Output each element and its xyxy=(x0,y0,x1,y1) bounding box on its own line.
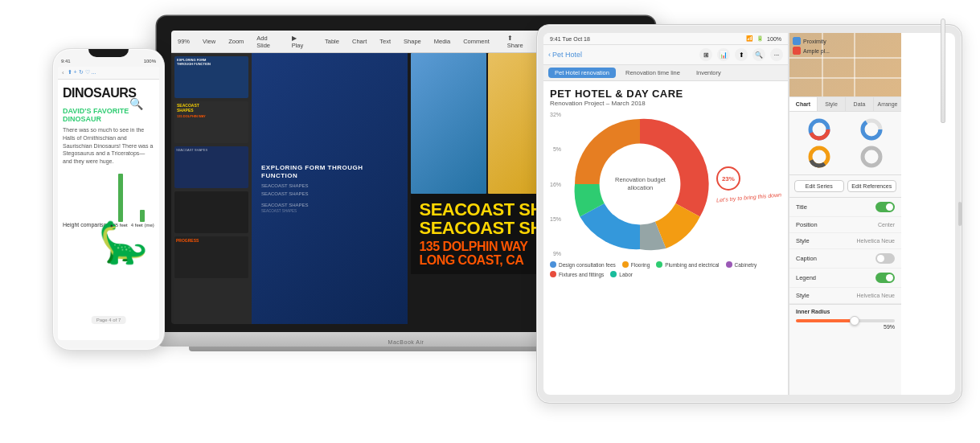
numbers-panel: 9:41 Tue Oct 18 📶 🔋 100% ‹ Pet Hotel xyxy=(543,33,789,395)
legend-dot-design xyxy=(550,261,556,268)
slide-thumb-5[interactable]: PROGRESS xyxy=(174,236,248,278)
notes-toolbar: ‹ ⬆ + ↻ ♡ ... xyxy=(58,67,159,80)
settings-edit-buttons: Edit Series Edit References xyxy=(789,175,901,197)
map-preview: Proximity Ample pl... xyxy=(789,33,901,97)
settings-tab-chart[interactable]: Chart xyxy=(789,97,818,111)
toolbar-view[interactable]: View xyxy=(203,38,215,45)
legend-label-fixtures: Fixtures and fittings xyxy=(559,272,604,277)
slide-3-content: SEACOAST SHAPES xyxy=(174,146,248,154)
legend-label-plumbing: Plumbing and electrical xyxy=(665,262,719,268)
chart-type-grid xyxy=(789,112,901,174)
slide-left-section: EXPLORING FORM THROUGH FUNCTION SEACOAST… xyxy=(252,53,408,324)
ipad-time: 9:41 Tue Oct 18 xyxy=(550,36,590,42)
edit-references-button[interactable]: Edit References xyxy=(847,180,897,192)
inner-radius-slider[interactable]: 59% xyxy=(789,316,901,333)
keynote-sidebar: EXPLORING FORMTHROUGH FUNCTION SEACOASTS… xyxy=(171,53,252,324)
chart-area: PET HOTEL & DAY CARE Renovation Project … xyxy=(543,81,788,395)
legend-toggle[interactable] xyxy=(875,273,895,283)
settings-tab-data[interactable]: Data xyxy=(846,97,874,111)
toolbar-media[interactable]: Media xyxy=(434,38,450,45)
img-cell-ocean xyxy=(411,53,486,194)
edit-series-button[interactable]: Edit Series xyxy=(794,180,844,192)
slider-track xyxy=(796,319,895,322)
y-axis: 32% 5% 16% 15% 9% xyxy=(550,112,564,256)
apple-pencil xyxy=(941,18,945,123)
share-icon[interactable]: ⬆ xyxy=(735,48,748,61)
annotation-note: Let's try to bring this down xyxy=(716,191,782,204)
toolbar-share[interactable]: ⬆ Share xyxy=(507,35,527,49)
slide-2-address: 135 DOLPHIN WAY xyxy=(177,114,246,118)
chart-type-donut-4[interactable] xyxy=(848,146,896,168)
chart-type-donut-2[interactable] xyxy=(848,118,896,141)
donut-chart: Renovation budget allocation xyxy=(568,112,712,256)
legend-label-labor: Labor xyxy=(619,272,633,277)
toolbar-play[interactable]: ▶ Play xyxy=(292,35,307,49)
chart-type-donut-1[interactable] xyxy=(796,118,843,141)
ipad-battery-icon: 🔋 xyxy=(757,35,764,42)
tab-renovation-timeline[interactable]: Renovation time line xyxy=(619,68,687,78)
search-icon-toolbar[interactable]: 🔍 xyxy=(752,48,765,61)
svg-point-6 xyxy=(863,148,880,166)
iphone-body: 9:41 100% ‹ ⬆ + ↻ ♡ ... DINOSAURS 🔍 DAVI… xyxy=(52,48,165,351)
toolbar-zoom-label[interactable]: Zoom xyxy=(228,38,244,45)
chart-legend: Design consultation fees Flooring Plumbi… xyxy=(550,256,781,282)
back-button[interactable]: ‹ Pet Hotel xyxy=(548,51,582,59)
slide-explore-title: EXPLORING FORM THROUGH FUNCTION xyxy=(261,164,398,179)
annotation-circle: 23% xyxy=(716,166,740,191)
donut-icon-4 xyxy=(860,146,883,168)
back-icon[interactable]: ‹ xyxy=(62,69,64,76)
ipad-status-icons: 📶 🔋 100% xyxy=(746,35,781,42)
ipad-body: 9:41 Tue Oct 18 📶 🔋 100% ‹ Pet Hotel xyxy=(536,24,962,404)
legend-labor: Labor xyxy=(610,271,633,277)
chart-icon[interactable]: 📊 xyxy=(717,48,730,61)
grid-icon[interactable]: ⊞ xyxy=(699,48,712,61)
slide-thumb-4[interactable] xyxy=(174,191,248,233)
notes-body-text: There was so much to see in the Halls of… xyxy=(63,126,154,166)
slide-seacoast-small-1: SEACOAST SHAPES xyxy=(261,183,398,188)
title-toggle[interactable] xyxy=(875,202,895,212)
toolbar-text[interactable]: Text xyxy=(379,38,391,45)
slider-thumb[interactable] xyxy=(850,316,859,326)
toolbar-shape[interactable]: Shape xyxy=(404,38,421,45)
slide-2-text: SEACOASTSHAPES xyxy=(177,104,246,113)
map-legend: Proximity Ample pl... xyxy=(793,36,830,55)
slide-thumb-3[interactable]: SEACOAST SHAPES xyxy=(174,146,248,188)
settings-tab-arrange[interactable]: Arrange xyxy=(874,97,901,111)
legend-label-design: Design consultation fees xyxy=(559,262,616,268)
donut-center-label: Renovation budget allocation xyxy=(604,176,676,192)
iphone-time: 9:41 xyxy=(61,59,71,64)
ipad-status-bar: 9:41 Tue Oct 18 📶 🔋 100% xyxy=(543,33,788,45)
legend-label-flooring: Flooring xyxy=(631,262,650,268)
toolbar-add-slide[interactable]: Add Slide xyxy=(256,35,278,49)
scene: 99% View Zoom Add Slide ▶ Play Table Cha… xyxy=(0,0,980,443)
toolbar-zoom[interactable]: 99% xyxy=(178,38,190,45)
dino-height-bar xyxy=(118,174,123,222)
iphone-status-bar: 9:41 100% xyxy=(58,59,159,64)
slide-thumb-2[interactable]: SEACOASTSHAPES 135 DOLPHIN WAY xyxy=(174,101,248,143)
search-icon[interactable]: 🔍 xyxy=(129,97,143,110)
tab-pet-hotel-renovation[interactable]: Pet Hotel renovation xyxy=(548,68,616,78)
toolbar-table[interactable]: Table xyxy=(325,38,339,45)
dino-emoji: 🦕 xyxy=(98,220,148,265)
legend-plumbing: Plumbing and electrical xyxy=(656,261,719,268)
settings-row-position: Position Center xyxy=(789,217,901,233)
caption-label: Caption xyxy=(796,255,817,262)
more-icon[interactable]: ··· xyxy=(770,48,783,61)
tab-inventory[interactable]: Inventory xyxy=(690,68,728,78)
chart-title-area: PET HOTEL & DAY CARE Renovation Project … xyxy=(550,88,781,107)
chart-type-donut-3[interactable] xyxy=(796,146,843,168)
notes-toolbar-left: ‹ ⬆ + ↻ ♡ ... xyxy=(62,69,96,76)
chart-main-title: PET HOTEL & DAY CARE xyxy=(550,88,781,100)
chart-body: 32% 5% 16% 15% 9% xyxy=(550,112,781,256)
legend-dot-labor xyxy=(610,271,617,277)
slide-thumb-1[interactable]: EXPLORING FORMTHROUGH FUNCTION xyxy=(174,56,248,98)
legend-dot-plumbing xyxy=(656,261,662,268)
ipad-tabs: Pet Hotel renovation Renovation time lin… xyxy=(543,65,788,81)
settings-tab-style[interactable]: Style xyxy=(818,97,846,111)
ipad-home-bar xyxy=(958,202,962,226)
caption-toggle[interactable] xyxy=(875,253,895,264)
toolbar-chart[interactable]: Chart xyxy=(352,38,367,45)
toolbar-comment[interactable]: Comment xyxy=(463,38,490,45)
legend-check-proximity: Proximity xyxy=(793,36,830,46)
donut-icon-2 xyxy=(860,118,883,141)
